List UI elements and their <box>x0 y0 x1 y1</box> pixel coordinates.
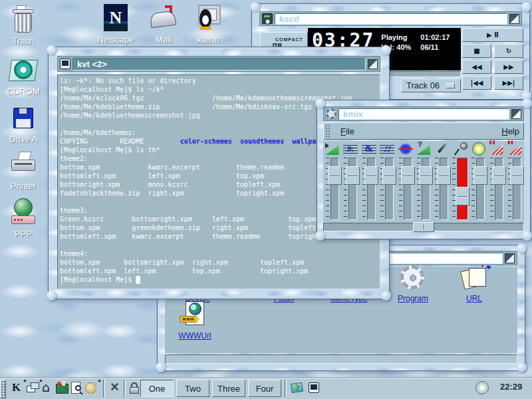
window-kmix[interactable]: kmix File Help <box>317 100 531 239</box>
channel-slider <box>490 158 503 220</box>
rec2-slider-trough[interactable] <box>513 158 521 220</box>
next-track-button[interactable]: ▶▶| <box>494 76 523 90</box>
kvt-window-icon[interactable] <box>60 59 70 69</box>
pager-desktop-three[interactable]: Three <box>212 380 245 397</box>
mixer-channel-rec1 <box>487 142 505 223</box>
kvt-title-text: kvt <2> <box>77 60 107 68</box>
frame-bump <box>156 362 166 372</box>
find-files-button[interactable] <box>69 380 85 396</box>
desktop-icon-mail[interactable]: Mail <box>140 4 187 45</box>
menu-file[interactable]: File <box>336 126 358 136</box>
template-icon-url[interactable]: ↷ URL <box>448 264 500 303</box>
previous-track-button[interactable]: |◀◀ <box>462 76 491 90</box>
kscd-window-icon[interactable] <box>262 13 273 24</box>
desktop-icon-netscape[interactable]: N Netscape <box>92 4 139 45</box>
ppp-globe-icon <box>7 198 39 227</box>
pager-desktop-two[interactable]: Two <box>176 380 209 397</box>
desktop-themes-button[interactable]: ▲ <box>84 380 100 396</box>
maximize-button[interactable] <box>509 14 519 24</box>
menubar-drag-handle[interactable] <box>325 124 331 138</box>
kmix-titlebar[interactable]: kmix <box>323 106 524 121</box>
pcm-slider-trough[interactable] <box>404 158 412 220</box>
penguin-belly <box>202 15 209 25</box>
bass-slider-trough[interactable] <box>348 158 357 220</box>
volume-slider-knob[interactable] <box>328 166 342 185</box>
kscd-titlebar[interactable]: kscd <box>259 11 522 26</box>
terminal-line <box>60 241 380 249</box>
terminal-line: [Me@localhost Me]$ █ <box>60 275 380 284</box>
template-icon-wwwurl[interactable]: WWW WWWUrl <box>169 301 221 340</box>
menu-help[interactable]: Help <box>497 126 523 136</box>
mixer-channel-mic <box>451 142 469 223</box>
fast-forward-button[interactable]: ▶▶ <box>494 60 523 74</box>
panel-hide-handle[interactable] <box>0 380 6 398</box>
pager-desktop-one[interactable]: One <box>140 380 174 397</box>
previous-glyph: |◀◀ <box>470 79 483 86</box>
help-button[interactable]: ? <box>290 380 306 396</box>
bass-slider-knob[interactable] <box>346 166 360 185</box>
kmix-title: kmix <box>338 108 509 120</box>
desktop-pager: OneTwoThreeFour <box>140 380 281 397</box>
desktop-icon-drive-a[interactable]: Drive A <box>0 104 47 144</box>
desktop-icon-cdrom[interactable]: CDROM <box>0 56 47 96</box>
maximize-button[interactable] <box>511 109 521 119</box>
template-icon-program[interactable]: Program <box>387 264 439 303</box>
toolbox-button[interactable] <box>55 380 70 396</box>
balance-slider[interactable] <box>323 223 524 231</box>
maximize-button[interactable] <box>505 253 515 263</box>
treble-slider-knob[interactable] <box>364 166 378 185</box>
rec2-slider-knob[interactable] <box>510 166 524 185</box>
cd-slider-knob[interactable] <box>473 166 487 185</box>
home-folder-button[interactable] <box>40 380 56 396</box>
terminal-line: theme4: <box>60 249 380 258</box>
play-pause-button[interactable]: ▶ Ⅱ <box>462 28 523 42</box>
balance-slider-knob[interactable] <box>413 222 434 232</box>
k-menu-button[interactable]: K ▲ <box>9 380 25 396</box>
terminal-text: /home/Me/kdethemes: <box>60 129 136 136</box>
kmix-window-icon[interactable] <box>326 108 336 119</box>
rec1-slider-trough[interactable] <box>495 158 503 220</box>
mixer-channel-treble <box>360 142 378 223</box>
desktop-icon-printer[interactable]: Printer <box>0 150 47 191</box>
penguin-feet <box>200 27 211 30</box>
lcd-status: Playing <box>381 33 411 42</box>
mic-slider-trough[interactable] <box>457 158 468 220</box>
unknown-slider-trough[interactable] <box>422 158 430 220</box>
pager-desktop-four[interactable]: Four <box>248 380 281 397</box>
synth-slider-trough[interactable] <box>385 158 394 220</box>
volume-slider-trough[interactable] <box>331 158 339 220</box>
stop-button[interactable]: ■ <box>462 44 491 58</box>
bass-channel-icon <box>343 142 358 156</box>
kmix-title-text: kmix <box>343 110 363 118</box>
trash-icon <box>7 5 39 35</box>
line-slider-knob[interactable] <box>437 166 451 185</box>
frame-bump <box>381 291 391 301</box>
rec1-slider-knob[interactable] <box>492 166 506 185</box>
mic-slider-knob[interactable] <box>456 187 469 205</box>
treble-slider-trough[interactable] <box>367 158 376 220</box>
desktop-icon-trash[interactable]: Trash <box>0 5 47 46</box>
frame-bump <box>315 231 325 241</box>
terminal-text: /home/Me/kdebluetheme.zip /home/Me/kdisk… <box>60 103 312 110</box>
cd-slider-trough[interactable] <box>476 158 485 220</box>
terminal-text: bottomleft.xpm left.xpm top.xpm <box>60 172 264 180</box>
frame-bump <box>522 231 532 241</box>
maximize-button[interactable] <box>368 59 378 69</box>
xkill-button[interactable] <box>108 380 124 396</box>
desktop-icon-xterm[interactable]: xterm <box>185 4 231 45</box>
pcm-slider-knob[interactable] <box>401 166 415 185</box>
tray-kscd-icon[interactable] <box>475 380 491 396</box>
mixer-channel-pcm <box>396 142 414 223</box>
loop-button[interactable]: ↻ <box>494 44 523 58</box>
track-selector-combo[interactable]: Track 06 <box>401 78 461 92</box>
frame-bump <box>517 243 527 253</box>
kvt-titlebar[interactable]: kvt <2> <box>57 56 380 72</box>
desktop-icon-ppp[interactable]: PPP <box>0 198 47 239</box>
unknown-slider-knob[interactable] <box>419 166 433 185</box>
line-slider-trough[interactable] <box>440 158 448 220</box>
window-list-button[interactable]: ▲ <box>25 380 41 396</box>
rewind-button[interactable]: ◀◀ <box>462 60 491 74</box>
gear-shape <box>400 265 424 289</box>
terminal-launcher-button[interactable] <box>307 380 323 396</box>
synth-slider-knob[interactable] <box>382 166 396 185</box>
